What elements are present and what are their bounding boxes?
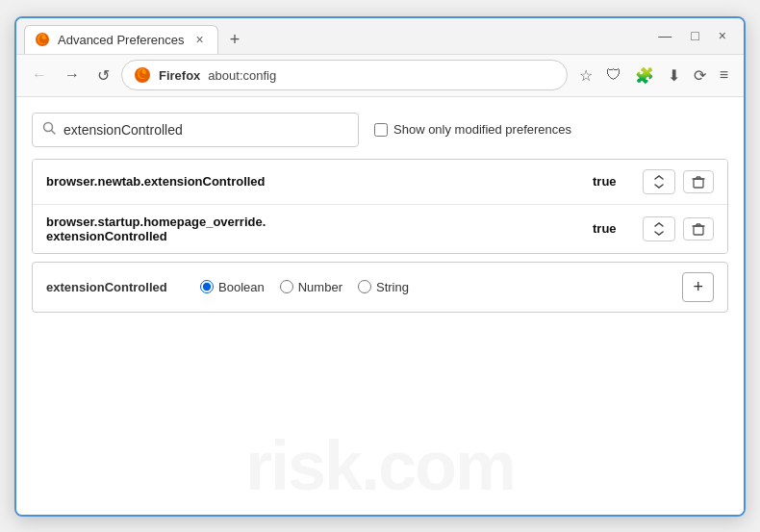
menu-button[interactable]: ≡ [714, 63, 734, 88]
extension-icon: 🧩 [635, 67, 654, 84]
browser-name-label: Firefox [159, 68, 200, 83]
svg-line-3 [52, 131, 56, 135]
string-label: String [376, 280, 409, 294]
active-tab[interactable]: Advanced Preferences × [24, 25, 218, 54]
string-radio[interactable] [358, 280, 371, 293]
address-bar[interactable]: Firefox about:config [121, 60, 568, 90]
extension-button[interactable]: 🧩 [629, 63, 660, 89]
number-radio-option[interactable]: Number [280, 280, 342, 294]
show-modified-label: Show only modified preferences [393, 122, 571, 137]
forward-icon: → [64, 66, 80, 84]
minimize-button[interactable]: — [650, 24, 679, 47]
add-preference-row: extensionControlled Boolean Number Strin… [32, 262, 728, 313]
table-row: browser.newtab.extensionControlled true [33, 160, 727, 205]
title-bar: Advanced Preferences × + — □ × [16, 18, 744, 55]
preferences-table: browser.newtab.extensionControlled true [32, 159, 728, 254]
add-preference-button[interactable]: + [682, 272, 714, 302]
preference-actions [643, 216, 714, 241]
new-preference-name: extensionControlled [46, 280, 181, 294]
svg-point-1 [135, 67, 150, 83]
content-area: risk.com Show only modified preferences [16, 97, 744, 515]
trash-icon [692, 175, 705, 189]
preference-name: browser.newtab.extensionControlled [46, 174, 581, 189]
sync-icon: ⟳ [694, 67, 706, 84]
window-controls: — □ × [641, 24, 744, 47]
bookmark-button[interactable]: ☆ [573, 63, 598, 89]
tab-close-button[interactable]: × [192, 30, 208, 49]
download-icon: ⬇ [668, 67, 680, 84]
toggle-arrows-icon [651, 174, 667, 190]
forward-button[interactable]: → [59, 63, 86, 88]
tab-favicon-icon [35, 32, 50, 47]
download-button[interactable]: ⬇ [662, 63, 686, 89]
browser-window: Advanced Preferences × + — □ × ← → ↺ Fir… [14, 16, 746, 517]
toggle-arrows-icon [651, 221, 667, 237]
tab-title: Advanced Preferences [58, 33, 185, 47]
table-row: browser.startup.homepage_override. exten… [33, 205, 727, 253]
nav-icons: ☆ 🛡 🧩 ⬇ ⟳ ≡ [573, 63, 734, 89]
preference-toggle-button[interactable] [643, 216, 675, 241]
sync-button[interactable]: ⟳ [688, 63, 712, 89]
preference-delete-button[interactable] [683, 170, 714, 193]
number-radio[interactable] [280, 280, 293, 293]
new-tab-button[interactable]: + [224, 26, 246, 54]
hamburger-menu-icon: ≡ [720, 66, 728, 83]
search-input[interactable] [63, 122, 348, 138]
bookmark-icon: ☆ [579, 67, 593, 84]
type-radio-group: Boolean Number String [200, 280, 409, 294]
show-modified-checkbox[interactable] [374, 123, 388, 137]
search-icon [42, 121, 56, 138]
navigation-bar: ← → ↺ Firefox about:config ☆ 🛡 🧩 [16, 55, 744, 97]
preference-delete-button[interactable] [683, 217, 714, 241]
watermark: risk.com [245, 426, 515, 505]
search-row: Show only modified preferences [32, 113, 728, 147]
preference-value: true [593, 221, 631, 236]
firefox-logo-icon [134, 66, 151, 84]
boolean-label: Boolean [218, 280, 265, 294]
svg-rect-4 [694, 179, 703, 188]
preference-actions [643, 169, 714, 194]
preference-toggle-button[interactable] [643, 169, 675, 194]
back-button[interactable]: ← [26, 63, 53, 88]
shield-icon: 🛡 [606, 66, 621, 83]
svg-rect-9 [694, 226, 703, 235]
boolean-radio[interactable] [200, 280, 214, 293]
tab-strip: Advanced Preferences × + [16, 18, 641, 54]
number-label: Number [298, 280, 342, 294]
show-modified-checkbox-label[interactable]: Show only modified preferences [374, 122, 571, 137]
reload-icon: ↺ [97, 66, 110, 85]
maximize-button[interactable]: □ [683, 24, 706, 47]
preference-search-box[interactable] [32, 113, 359, 147]
string-radio-option[interactable]: String [358, 280, 409, 294]
reload-button[interactable]: ↺ [91, 63, 115, 89]
boolean-radio-option[interactable]: Boolean [200, 280, 265, 294]
back-icon: ← [32, 66, 47, 84]
preference-value: true [593, 174, 631, 189]
preference-name: browser.startup.homepage_override. exten… [46, 215, 581, 243]
close-window-button[interactable]: × [711, 24, 734, 47]
trash-icon [692, 222, 705, 236]
shield-button[interactable]: 🛡 [600, 63, 627, 88]
address-text: about:config [208, 68, 554, 83]
